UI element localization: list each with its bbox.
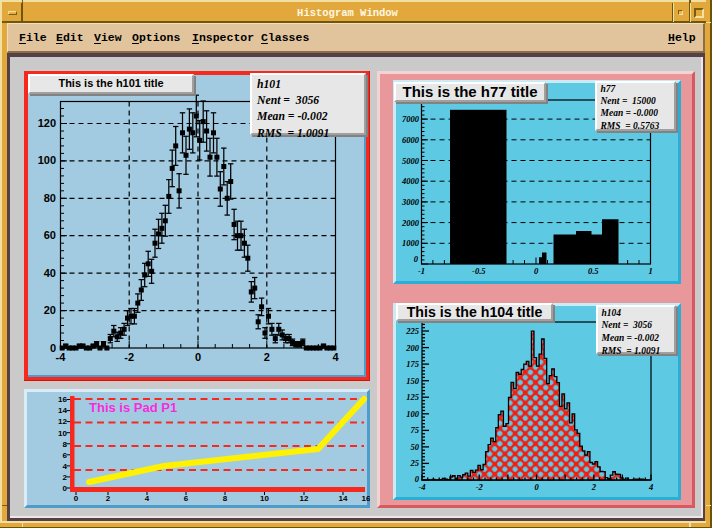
svg-text:0: 0 <box>414 254 419 264</box>
svg-text:6000: 6000 <box>402 135 420 145</box>
svg-text:200: 200 <box>405 343 420 353</box>
svg-text:100: 100 <box>406 409 420 419</box>
svg-text:2: 2 <box>106 494 111 503</box>
svg-text:0: 0 <box>534 482 539 492</box>
svg-text:2000: 2000 <box>401 218 420 228</box>
svg-text:12: 12 <box>300 494 309 503</box>
svg-text:4: 4 <box>63 462 68 471</box>
svg-text:14: 14 <box>58 406 67 415</box>
svg-text:16: 16 <box>362 494 370 503</box>
svg-text:6: 6 <box>184 494 189 503</box>
svg-text:3000: 3000 <box>401 197 420 207</box>
svg-text:1000: 1000 <box>402 238 420 248</box>
svg-text:20: 20 <box>44 304 56 316</box>
svg-text:75: 75 <box>411 425 420 435</box>
svg-text:2: 2 <box>63 473 68 482</box>
svg-text:100: 100 <box>38 154 56 166</box>
svg-text:80: 80 <box>44 192 56 204</box>
svg-text:60: 60 <box>44 229 56 241</box>
svg-text:50: 50 <box>411 442 420 452</box>
svg-text:120: 120 <box>38 117 56 129</box>
svg-text:0: 0 <box>195 351 201 363</box>
svg-text:12: 12 <box>58 417 67 426</box>
svg-text:14: 14 <box>339 494 348 503</box>
svg-text:4000: 4000 <box>401 176 420 186</box>
svg-text:8: 8 <box>223 494 228 503</box>
svg-text:150: 150 <box>406 376 420 386</box>
svg-text:4: 4 <box>145 494 150 503</box>
svg-text:2: 2 <box>264 351 270 363</box>
svg-text:25: 25 <box>410 458 420 468</box>
svg-text:10: 10 <box>58 429 67 438</box>
svg-text:This is Pad P1: This is Pad P1 <box>89 400 177 415</box>
svg-text:175: 175 <box>406 359 420 369</box>
svg-text:7000: 7000 <box>402 114 420 124</box>
svg-text:0: 0 <box>63 484 68 493</box>
svg-text:6: 6 <box>63 451 68 460</box>
svg-text:1: 1 <box>648 266 652 276</box>
svg-text:8: 8 <box>63 440 68 449</box>
svg-text:4: 4 <box>332 351 339 363</box>
svg-text:16: 16 <box>58 395 67 404</box>
svg-text:-4: -4 <box>56 351 67 363</box>
svg-text:0: 0 <box>74 494 79 503</box>
svg-text:225: 225 <box>405 326 420 336</box>
svg-text:4: 4 <box>648 482 653 492</box>
svg-text:-2: -2 <box>124 351 134 363</box>
svg-text:5000: 5000 <box>402 156 420 166</box>
svg-text:0.5: 0.5 <box>588 266 599 276</box>
svg-text:125: 125 <box>406 392 420 402</box>
svg-text:-0.5: -0.5 <box>472 266 486 276</box>
svg-text:10: 10 <box>260 494 269 503</box>
svg-text:40: 40 <box>44 267 56 279</box>
svg-text:0: 0 <box>534 266 539 276</box>
svg-text:-1: -1 <box>418 266 425 276</box>
svg-text:-4: -4 <box>418 482 425 492</box>
svg-text:2: 2 <box>591 482 597 492</box>
svg-text:-2: -2 <box>476 482 484 492</box>
